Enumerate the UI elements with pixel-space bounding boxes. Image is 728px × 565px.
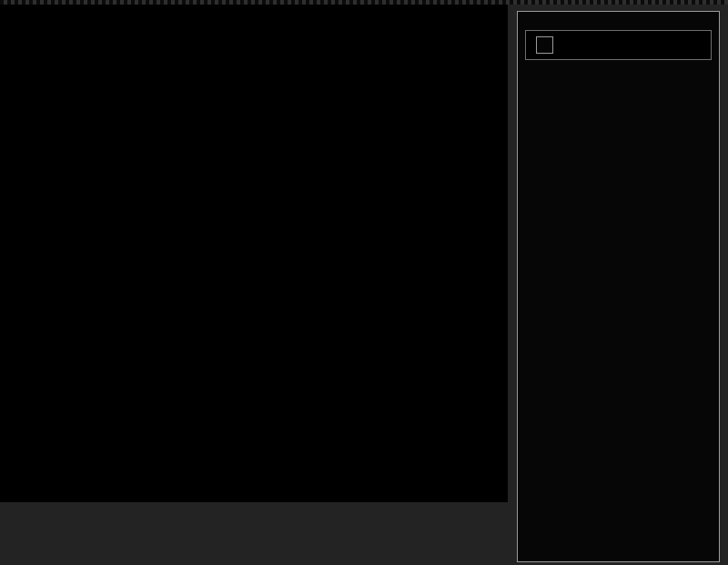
- advanced-menu-row: [525, 30, 712, 60]
- advanced-menu-checkbox[interactable]: [536, 36, 553, 54]
- controls-panel: [517, 11, 720, 562]
- pendulum-3d-scene: [0, 5, 508, 502]
- controls-panel-title: [525, 18, 712, 20]
- simulation-viewport[interactable]: [0, 5, 508, 502]
